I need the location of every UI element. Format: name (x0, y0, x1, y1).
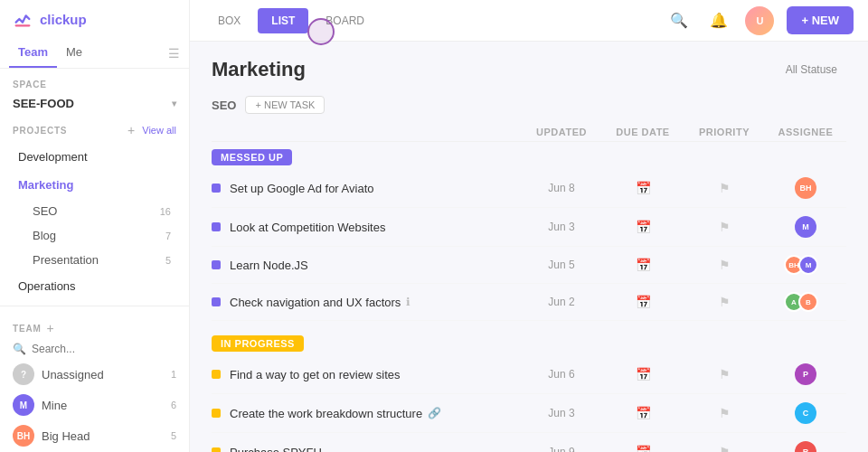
search-button[interactable]: 🔍 (665, 7, 693, 34)
nav-tabs: Team Me ☰ (0, 38, 189, 69)
topbar: BOX LIST BOARD 🔍 🔔 U + NEW (190, 0, 868, 42)
sidebar-collapse-icon[interactable]: ☰ (168, 46, 180, 61)
tab-list[interactable]: LIST (258, 8, 308, 33)
task-updated: Jun 3 (521, 221, 602, 233)
col-assignee: ASSIGNEE (765, 127, 846, 137)
task-name: Create the work breakdown structure 🔗 (230, 407, 521, 420)
tab-board[interactable]: BOARD (312, 8, 378, 33)
avatar-unassigned: ? (13, 363, 34, 385)
sidebar-sub-label-blog: Blog (33, 229, 165, 242)
sidebar-sub-item-presentation[interactable]: Presentation 5 (5, 249, 184, 271)
task-dot (212, 409, 221, 418)
priority-icon[interactable]: ⚑ (719, 367, 731, 381)
notification-button[interactable]: 🔔 (705, 7, 732, 34)
team-member-bighead[interactable]: BH Big Head 5 (0, 420, 189, 451)
tab-box[interactable]: BOX (204, 8, 254, 33)
add-team-button[interactable]: + (47, 321, 54, 335)
task-updated: Jun 9 (521, 446, 602, 452)
calendar-icon[interactable]: 📅 (636, 258, 651, 272)
status-badge-in-progress: IN PROGRESS (212, 335, 304, 352)
priority-icon[interactable]: ⚑ (719, 258, 731, 272)
task-assignee: P (765, 363, 846, 385)
calendar-icon[interactable]: 📅 (636, 181, 651, 195)
table-row[interactable]: Find a way to get on review sites Jun 6 … (212, 355, 846, 394)
sidebar-item-development[interactable]: Development (5, 144, 184, 170)
task-updated: Jun 5 (521, 259, 602, 271)
multi-assignee-avatars: A B (789, 292, 818, 312)
task-dot (212, 297, 221, 306)
table-row[interactable]: Purchase SPYFU Jun 9 📅 ⚑ R (212, 433, 846, 452)
logo-area: clickup (0, 0, 189, 38)
table-row[interactable]: Set up Google Ad for Aviato Jun 8 📅 ⚑ BH (212, 169, 846, 208)
sidebar-item-operations[interactable]: Operations (5, 273, 184, 299)
sidebar: clickup Team Me ☰ SPACE SEE-FOOD ▾ PROJE… (0, 0, 190, 452)
info-icon: 🔗 (428, 407, 441, 419)
calendar-icon[interactable]: 📅 (636, 367, 651, 381)
col-updated: UPDATED (521, 127, 602, 137)
tab-me[interactable]: Me (57, 38, 91, 68)
table-row[interactable]: Create the work breakdown structure 🔗 Ju… (212, 394, 846, 433)
calendar-icon[interactable]: 📅 (636, 406, 651, 420)
priority-icon[interactable]: ⚑ (719, 406, 731, 420)
logo-text: clickup (40, 12, 87, 27)
task-due: 📅 (602, 220, 684, 234)
page-title: Marketing (212, 58, 306, 81)
task-updated: Jun 8 (521, 182, 602, 194)
task-name: Find a way to get on review sites (230, 368, 521, 381)
main-area: BOX LIST BOARD 🔍 🔔 U + NEW Marketing All… (190, 0, 868, 452)
team-member-mine[interactable]: M Mine 6 (0, 390, 189, 420)
section-label: SEO (212, 99, 236, 112)
sidebar-item-operations-label: Operations (18, 279, 171, 293)
new-button[interactable]: + NEW (787, 6, 854, 34)
calendar-icon[interactable]: 📅 (636, 295, 651, 309)
sidebar-item-marketing-label: Marketing (18, 178, 171, 192)
member-name-unassigned: Unassigned (42, 368, 164, 381)
task-priority: ⚑ (684, 406, 765, 420)
sidebar-item-marketing[interactable]: Marketing (5, 172, 184, 198)
task-name: Purchase SPYFU (230, 446, 521, 453)
section-header: SEO + NEW TASK (212, 90, 846, 123)
info-icon: ℹ (406, 296, 410, 308)
topbar-right: 🔍 🔔 U + NEW (665, 6, 854, 35)
calendar-icon[interactable]: 📅 (636, 445, 651, 452)
view-all-link[interactable]: View all (142, 125, 176, 136)
task-assignee: A B (765, 292, 846, 312)
team-search-input[interactable] (32, 343, 176, 355)
member-count-mine: 6 (171, 400, 176, 410)
assignee-avatar: BH (795, 177, 816, 199)
priority-icon[interactable]: ⚑ (719, 220, 731, 234)
new-task-button[interactable]: + NEW TASK (245, 96, 325, 114)
member-count-unassigned: 1 (171, 369, 176, 380)
table-row[interactable]: Learn Node.JS Jun 5 📅 ⚑ BH M (212, 247, 846, 284)
logo-icon (13, 9, 33, 29)
sidebar-sub-label-presentation: Presentation (33, 253, 165, 267)
priority-icon[interactable]: ⚑ (719, 295, 731, 309)
col-due-date: DUE DATE (602, 127, 684, 137)
add-project-button[interactable]: + (127, 123, 135, 137)
content-header: Marketing All Statuse (190, 42, 868, 90)
calendar-icon[interactable]: 📅 (636, 220, 651, 234)
priority-icon[interactable]: ⚑ (719, 445, 731, 452)
member-count-bighead: 5 (171, 430, 176, 441)
all-status-button[interactable]: All Statuse (777, 59, 846, 80)
team-member-unassigned[interactable]: ? Unassigned 1 (0, 359, 189, 390)
space-name-row[interactable]: SEE-FOOD ▾ (0, 93, 189, 118)
task-updated: Jun 3 (521, 407, 602, 419)
task-assignee: R (765, 441, 846, 452)
sidebar-sub-item-seo[interactable]: SEO 16 (5, 200, 184, 222)
task-priority: ⚑ (684, 220, 765, 234)
sidebar-sub-item-blog[interactable]: Blog 7 (5, 224, 184, 247)
table-row[interactable]: Look at Competition Websites Jun 3 📅 ⚑ M (212, 208, 846, 247)
view-tabs: BOX LIST BOARD (204, 8, 378, 33)
sidebar-sub-count-presentation: 5 (165, 255, 171, 266)
assignee-avatar: B (798, 292, 818, 312)
task-assignee: M (765, 216, 846, 238)
task-dot (212, 260, 221, 269)
tab-team[interactable]: Team (9, 38, 57, 68)
user-avatar[interactable]: U (745, 6, 774, 35)
team-search-bar: 🔍 (0, 339, 189, 359)
table-row[interactable]: Check navigation and UX factors ℹ Jun 2 … (212, 284, 846, 321)
assignee-avatar: R (795, 441, 816, 452)
priority-icon[interactable]: ⚑ (719, 181, 731, 195)
task-priority: ⚑ (684, 258, 765, 272)
